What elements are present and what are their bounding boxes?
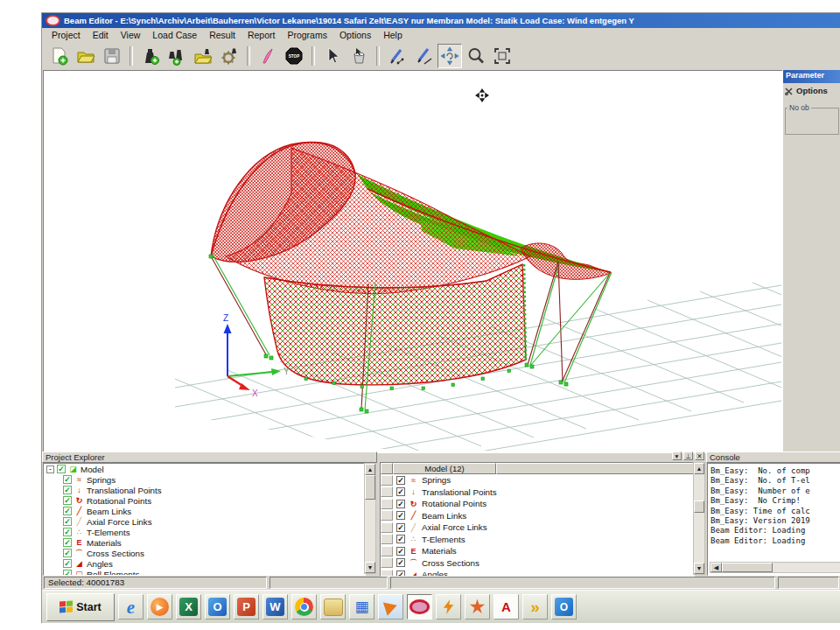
menu-project[interactable]: Project [46,29,87,41]
collapse-icon[interactable] [46,466,54,473]
checkbox-icon[interactable] [63,496,72,505]
row-selector[interactable] [381,499,393,509]
scroll-left-icon[interactable]: ◀ [710,563,722,572]
console-output[interactable]: Bm_Easy: No. of comp Bm_Easy: No. of T-e… [707,463,840,576]
menu-edit[interactable]: Edit [87,29,115,41]
zoom-button[interactable] [464,44,488,68]
model-scrollbar[interactable]: ▲ ▼ [693,462,705,575]
viewport-3d[interactable]: Z Y X [43,70,784,453]
new-load-button[interactable] [138,44,163,68]
tree-item-roll-elements[interactable]: Roll Elements [44,569,365,576]
console-caption[interactable]: Console [706,452,840,463]
title-bar[interactable]: Beam Editor - E:\Synch\Archiv\Arbeit\Bau… [42,13,840,28]
row-selector[interactable] [381,546,393,556]
checkbox-icon[interactable] [396,535,405,543]
row-selector[interactable] [381,486,393,497]
checkbox-icon[interactable] [396,500,405,508]
scroll-down-icon[interactable]: ▼ [365,562,375,573]
chevron-down-icon[interactable]: ▾ [672,452,682,460]
scroll-up-icon[interactable]: ▲ [694,463,704,474]
quick-arrows-icon[interactable]: » [522,594,548,620]
menu-result[interactable]: Result [203,29,242,41]
tree-item-springs[interactable]: Springs [44,474,365,485]
word-icon[interactable]: W [262,594,288,620]
delete-bucket-button[interactable] [346,44,371,68]
start-button[interactable]: Start [46,593,115,621]
model-column-header[interactable]: Model (12) [393,463,496,474]
outlook-classic-icon[interactable]: O [205,594,230,620]
open-project-button[interactable] [74,44,98,68]
beam-editor-icon[interactable] [407,594,432,620]
explorer-scrollbar[interactable]: ▲ ▼ [364,463,376,574]
load-settings-button[interactable] [217,44,242,68]
draw-beam-button[interactable] [385,44,410,68]
tree-item-materials[interactable]: Materials [44,537,365,548]
close-icon[interactable]: ✕ [695,452,704,460]
media-player-icon[interactable]: ▶ [147,594,172,620]
outlook-new-icon[interactable]: O [551,594,577,620]
model-row-materials[interactable]: Materials [381,545,694,557]
row-selector[interactable] [381,475,393,486]
checkbox-icon[interactable] [63,570,72,576]
excel-icon[interactable]: X [176,594,201,620]
tree-item-rotational-points[interactable]: Rotational Points [44,495,365,506]
row-selector[interactable] [381,510,393,521]
supplies-box-icon[interactable] [320,594,346,620]
scroll-down-icon[interactable]: ▼ [694,563,704,574]
nav-arrow-icon[interactable] [378,594,403,620]
scrollbar-thumb[interactable] [694,500,704,513]
checkbox-icon[interactable] [396,487,405,496]
fit-view-button[interactable] [490,44,514,68]
tree-item-beam-links[interactable]: Beam Links [44,506,365,516]
chrome-icon[interactable] [291,594,317,620]
winamp-icon[interactable] [436,594,461,620]
options-row[interactable]: Options [783,83,840,98]
tree-item-translational-points[interactable]: Translational Points [44,485,365,495]
stop-button[interactable]: STOP [282,44,306,68]
scrollbar-thumb[interactable] [365,475,375,500]
save-button[interactable] [100,44,124,68]
menu-help[interactable]: Help [377,29,409,41]
model-row-t-elements[interactable]: T-Elements [381,534,694,546]
menu-report[interactable]: Report [242,29,282,41]
project-explorer-caption[interactable]: Project Explorer [42,452,377,463]
star-app-icon[interactable] [465,594,490,620]
powerpoint-icon[interactable]: P [234,594,259,620]
checkbox-icon[interactable] [63,559,72,568]
checkbox-icon[interactable] [63,549,72,557]
scrollbar-thumb[interactable] [722,563,773,572]
new-project-button[interactable] [47,44,72,68]
model-row-beam-links[interactable]: Beam Links [381,510,694,522]
checkbox-icon[interactable] [57,465,66,473]
tree-item-angles[interactable]: Angles [44,558,365,569]
move-rotate-view-button[interactable] [438,44,462,68]
checkbox-icon[interactable] [63,538,72,547]
project-explorer-tree[interactable]: Model Springs Translational Points Rotat… [43,463,366,576]
model-row-rotational-points[interactable]: Rotational Points [381,498,694,510]
checkbox-icon[interactable] [396,511,405,520]
pin-icon[interactable]: ⊥ [683,452,693,460]
checkbox-icon[interactable] [63,528,72,536]
checkbox-icon[interactable] [396,558,405,567]
grid-app-icon[interactable]: ▦ [349,594,374,620]
row-selector[interactable] [381,534,393,544]
tree-item-cross-sections[interactable]: Cross Sections [44,548,365,558]
console-hscrollbar[interactable]: ◀ [710,562,840,573]
tree-item-model[interactable]: Model [44,464,365,474]
new-load-group-button[interactable] [164,44,189,68]
checkbox-icon[interactable] [63,517,72,526]
menu-programs[interactable]: Programs [281,29,333,41]
checkbox-icon[interactable] [63,507,72,515]
checkbox-icon[interactable] [63,475,72,484]
select-button[interactable] [320,44,345,68]
model-row-cross-sections[interactable]: Cross Sections [381,557,694,570]
model-row-springs[interactable]: Springs [381,474,694,486]
internet-explorer-icon[interactable]: e [118,594,144,620]
load-folder-button[interactable] [191,44,215,68]
model-row-translational-points[interactable]: Translational Points [381,486,694,499]
calculate-button[interactable] [256,44,280,68]
tree-item-t-elements[interactable]: T-Elements [44,527,365,537]
model-table[interactable]: Model (12) Springs Translational Points … [380,462,695,577]
menu-options[interactable]: Options [333,29,377,41]
checkbox-icon[interactable] [63,486,72,494]
